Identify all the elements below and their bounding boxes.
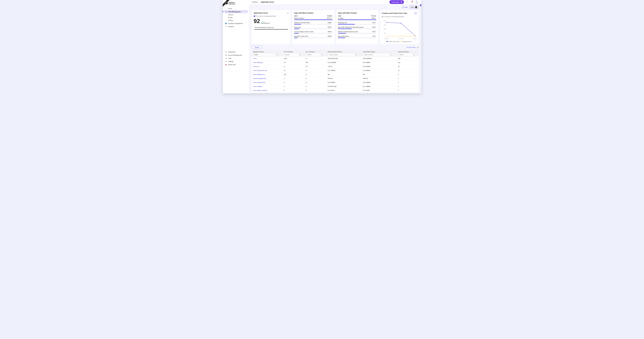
benchmark-label: Benchmark	[261, 22, 268, 24]
column-header[interactable]: Impacted Devices▾🔍	[397, 50, 418, 56]
app-root: hp Workforce Experience ‹ ⌂ Home ▭ Fleet…	[223, 0, 421, 94]
sort-desc-icon: ▾	[409, 51, 410, 52]
table-cell: 5	[282, 88, 304, 92]
search-icon: 🔍	[299, 54, 300, 56]
onboarding-button[interactable]: Onboarding 7	[390, 0, 404, 4]
chevron-right-icon: ›	[332, 18, 332, 19]
bar-row[interactable]: Bang & Olufsen297274›	[294, 18, 332, 20]
column-search: 🔍	[306, 53, 324, 56]
application-link[interactable]: Zoom Sharing Host	[253, 82, 265, 83]
table-cell[interactable]: Infozoom Application	[252, 76, 282, 80]
application-link[interactable]: Zoom Meetings	[253, 62, 263, 63]
table-row: Sdzoomplugin.exe1220NANA5	[252, 72, 418, 76]
bar-value: 41507	[328, 26, 332, 28]
column-header[interactable]: Recommended Version🔍	[326, 50, 362, 56]
expand-icon[interactable]: ⤢	[414, 12, 417, 14]
clear-filters-link[interactable]: ⧩ Clear Filters	[406, 46, 416, 48]
chevron-right-icon: ›	[376, 22, 376, 23]
column-header[interactable]: Least Stable Version🔍	[362, 50, 397, 56]
sidebar-item-devices[interactable]: Devices	[228, 13, 249, 16]
help-circle-icon: ?	[402, 6, 404, 8]
bar-row[interactable]: Hp Audio Control 19h126296›	[294, 36, 332, 38]
table-cell[interactable]: Zoom Plugin Launcher	[252, 88, 282, 92]
bar-row[interactable]: Network Command Shell53881›	[294, 22, 332, 24]
bar-value: 53881	[328, 22, 332, 24]
chevron-right-icon: ›	[332, 31, 332, 32]
bar-row[interactable]: Lenovo Display Control Center35933›	[294, 31, 332, 34]
application-link[interactable]: Sdzoomplugin.exe	[253, 74, 265, 75]
notification-dot	[412, 1, 413, 2]
sidebar-item-whats-new[interactable]: 📣 What's New	[223, 63, 249, 66]
table-cell[interactable]: Zoom Sharing Host	[252, 80, 282, 84]
sidebar-item-account-management[interactable]: 🏛 Account Management	[223, 54, 249, 57]
column-search-input[interactable]	[363, 53, 393, 56]
sidebar-item-logs[interactable]: ≣ Logs	[223, 57, 249, 60]
bar-value: 3074	[372, 31, 375, 32]
card-title: Application Score	[254, 12, 268, 14]
table-cell: 1	[397, 88, 418, 92]
sidebar-item-settings[interactable]: ⚙ Settings	[223, 60, 249, 63]
sidebar-item-employee-engagement[interactable]: 👥 Employee Engagement ⌄	[223, 22, 249, 25]
application-link[interactable]: Infozoom Application	[253, 78, 266, 79]
chevron-down-icon: ⌄	[246, 23, 247, 24]
column-header[interactable]: No. of Freezes🔍	[304, 50, 326, 56]
table-cell[interactable]: Zoom Sharing Service	[252, 68, 282, 72]
table-cell[interactable]: Sdzoomplugin.exe	[252, 72, 282, 76]
export-button[interactable]: Export	[252, 46, 262, 49]
application-link[interactable]: Zoom Installer	[253, 86, 262, 87]
application-link[interactable]: Zoom.exe	[253, 66, 260, 67]
most-freezes-card: Apps with Most Freezes Apps Freezes Lock…	[336, 10, 378, 44]
bar-label: Lenovo Display Control Center	[294, 31, 313, 32]
column-search-input[interactable]	[328, 53, 358, 56]
column-header[interactable]: No. of Crashes🔍	[282, 50, 304, 56]
table-cell: 3	[282, 80, 304, 84]
table-settings-icon[interactable]: ⚙	[417, 46, 418, 48]
sidebar-item-integrations[interactable]: ⧉ Integrations	[223, 50, 249, 54]
chevron-right-icon: ›	[332, 26, 332, 28]
analytics-icon: ılı	[225, 26, 227, 27]
sidebar-item-scripts[interactable]: Scripts	[228, 16, 249, 19]
window-icon[interactable]: ▭	[287, 12, 289, 14]
bar-row[interactable]: Microsoft Outlook2724›	[338, 36, 376, 38]
bar-row[interactable]: Windows Shell Experience Host3074›	[338, 31, 376, 34]
account-icon: 🏛	[225, 54, 227, 56]
bar-row[interactable]: Whatsapp.exe6478›	[338, 22, 376, 24]
help-filters-row: ? Help Filters 0	[249, 4, 421, 10]
clear-icon[interactable]: ✕	[275, 54, 276, 55]
bar-row[interactable]: Lockapp14554›	[338, 18, 376, 20]
column-header[interactable]: Application Name✕🔍	[252, 50, 282, 56]
bar-row[interactable]: Secocl.exe41507›	[294, 26, 332, 29]
table-cell[interactable]: Zoom.exe	[252, 64, 282, 68]
breadcrumb-parent[interactable]: Analytics	[252, 1, 258, 3]
onboarding-count-badge: 7	[400, 1, 403, 3]
table-cell: 324	[304, 60, 326, 64]
chevron-up-icon: ⌃	[246, 11, 247, 12]
table-cell: 1	[282, 84, 304, 88]
help-icon[interactable]: ?	[405, 0, 409, 4]
cards-row: Application Score ▭ i This chart is not …	[249, 10, 421, 46]
help-link[interactable]: ? Help	[402, 6, 408, 8]
table-cell[interactable]: Zoom Meetings	[252, 60, 282, 64]
table-cell[interactable]: Zoom	[252, 56, 282, 60]
table-cell[interactable]: Zoom Installer	[252, 84, 282, 88]
table-row: Zoom Meetings793246.2.10.505366.2.6.4905…	[252, 60, 418, 64]
bar-label: Whatsapp.exe	[338, 22, 347, 24]
table-cell: 0	[304, 56, 326, 60]
table-cell: 1	[397, 80, 418, 84]
home-icon: ⌂	[225, 8, 227, 9]
application-link[interactable]: Zoom Sharing Service	[253, 70, 267, 71]
bell-icon[interactable]	[410, 0, 414, 4]
filters-button[interactable]: Filters 0	[409, 6, 418, 9]
bar-label: Windows Shell Experience Host	[338, 31, 358, 32]
application-link[interactable]: Zoom Plugin Launcher	[253, 90, 268, 91]
table-cell: 6.2.6.49050	[362, 80, 397, 84]
sidebar-nav: ⌂ Home ▭ Fleet Management ⌃ Devices Scri…	[223, 6, 249, 50]
application-link[interactable]: Zoom	[253, 58, 257, 59]
avatar[interactable]	[415, 0, 418, 4]
sidebar-item-analytics[interactable]: ılı Analytics	[223, 25, 249, 28]
bar-row[interactable]: Microsoft® Windows® Operating System5234…	[338, 26, 376, 29]
sidebar-item-fleet-management[interactable]: ▭ Fleet Management ⌃	[224, 10, 248, 13]
sidebar-item-policies[interactable]: Policies	[228, 19, 249, 22]
search-icon: 🔍	[413, 54, 415, 56]
table-cell: 6.1.5.1062	[362, 88, 397, 92]
